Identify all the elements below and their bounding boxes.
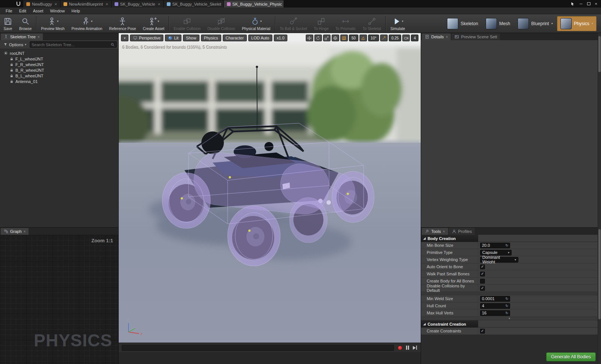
- viewport[interactable]: ▾ Perspective Lit Show Physics Character…: [119, 33, 421, 343]
- tree-row-root[interactable]: rootJNT: [0, 50, 118, 56]
- close-icon[interactable]: ×: [446, 35, 448, 39]
- generate-all-bodies-button[interactable]: Generate All Bodies: [546, 352, 596, 361]
- physical-material-button[interactable]: ▾ Physical Material: [239, 14, 274, 33]
- close-icon[interactable]: ×: [443, 230, 445, 234]
- rotate-tool-button[interactable]: [314, 35, 322, 41]
- translate-tool-button[interactable]: [306, 35, 313, 41]
- coordin-system-button[interactable]: [332, 35, 339, 41]
- right-panel-scrollbar[interactable]: [598, 33, 601, 364]
- perspective-button[interactable]: Perspective: [130, 35, 163, 41]
- rotation-snap-toggle[interactable]: [359, 35, 367, 41]
- chevron-down-icon[interactable]: ▾: [260, 20, 262, 23]
- rotation-snap-value[interactable]: 10°: [368, 35, 379, 41]
- timeline-scrubber[interactable]: [122, 345, 394, 351]
- close-icon[interactable]: ×: [106, 2, 108, 6]
- search-input[interactable]: [32, 42, 110, 47]
- tree-row-bone[interactable]: B_R_wheelJNT: [0, 67, 118, 73]
- reset-to-default-icon[interactable]: ↻: [505, 244, 508, 247]
- preview-mesh-button[interactable]: ▾ Preview Mesh: [38, 14, 68, 33]
- playback-speed-button[interactable]: x1.0: [274, 35, 288, 41]
- vertex-weighting-dropdown[interactable]: Dominant Weight ▾: [480, 257, 518, 263]
- reference-pose-button[interactable]: Reference Pose: [106, 14, 139, 33]
- chevron-down-icon[interactable]: ▾: [158, 20, 159, 23]
- camera-speed-value[interactable]: 4: [411, 35, 418, 41]
- minimize-button[interactable]: ─: [580, 2, 583, 6]
- close-window-button[interactable]: ×: [595, 2, 597, 6]
- lod-auto-button[interactable]: LOD Auto: [248, 35, 272, 41]
- auto-orient-checkbox[interactable]: [480, 264, 485, 269]
- tab-details[interactable]: Details ×: [422, 33, 451, 40]
- scrollbar-thumb[interactable]: [598, 229, 601, 319]
- scale-snap-toggle[interactable]: [380, 35, 388, 41]
- create-asset-button[interactable]: ▾ Create Asset: [139, 14, 168, 33]
- preview-animation-button[interactable]: ▾ Preview Animation: [68, 14, 106, 33]
- scale-tool-button[interactable]: [323, 35, 331, 41]
- asset-tab-newbuggy[interactable]: NewBuggy ×: [23, 0, 60, 8]
- min-bone-size-field[interactable]: 20.0 ↻: [480, 243, 510, 248]
- min-weld-size-field[interactable]: 0.0001 ↻: [480, 296, 510, 302]
- simulate-button[interactable]: ▾ Simulate: [387, 14, 408, 33]
- mode-skeleton-button[interactable]: Skeleton: [444, 16, 482, 31]
- tab-skeleton-tree[interactable]: Skeleton Tree ×: [1, 33, 43, 40]
- record-button[interactable]: [398, 346, 402, 350]
- close-icon[interactable]: ×: [54, 2, 57, 6]
- viewport-3d-scene[interactable]: [119, 33, 421, 343]
- step-forward-button[interactable]: [413, 346, 417, 350]
- grid-snap-value[interactable]: 50: [349, 35, 358, 41]
- browse-button[interactable]: Browse: [16, 14, 35, 33]
- options-dropdown-button[interactable]: Options ▾: [2, 42, 28, 48]
- save-button[interactable]: Save: [0, 14, 16, 33]
- chevron-down-icon[interactable]: ▾: [91, 20, 92, 23]
- tab-tools[interactable]: Tools ×: [422, 228, 448, 235]
- camera-speed-button[interactable]: [402, 35, 410, 41]
- scrollbar-thumb[interactable]: [598, 36, 601, 72]
- chevron-down-icon[interactable]: ▾: [592, 22, 593, 25]
- reset-to-default-icon[interactable]: ↻: [505, 311, 508, 315]
- character-menu-button[interactable]: Character: [223, 35, 247, 41]
- create-constraints-checkbox[interactable]: [480, 329, 485, 334]
- asset-tab-sk-buggy-vehicle-skeleton[interactable]: SK_Buggy_Vehicle_Skelet ×: [164, 0, 224, 8]
- close-icon[interactable]: ×: [158, 2, 160, 6]
- tree-row-bone[interactable]: Antenna_01: [0, 79, 118, 84]
- menu-help[interactable]: Help: [68, 9, 83, 13]
- maximize-button[interactable]: [587, 2, 590, 5]
- reset-to-default-icon[interactable]: ↻: [505, 297, 508, 301]
- asset-tab-sk-buggy-vehicle[interactable]: SK_Buggy_Vehicle ×: [112, 0, 164, 8]
- physics-menu-button[interactable]: Physics: [201, 35, 221, 41]
- walk-past-small-bones-checkbox[interactable]: [480, 272, 485, 276]
- close-icon[interactable]: ×: [24, 230, 26, 234]
- grid-snap-toggle[interactable]: [340, 35, 348, 41]
- mode-blueprint-button[interactable]: Blueprint ▾: [514, 16, 556, 31]
- tab-preview-scene-settings[interactable]: Preview Scene Sett: [452, 33, 500, 40]
- constraint-creation-section-header[interactable]: ◢Constraint Creation: [421, 320, 598, 328]
- graph-canvas[interactable]: Zoom 1:1 PHYSICS: [0, 235, 118, 364]
- primitive-type-dropdown[interactable]: Capsule ▾: [480, 250, 512, 255]
- tab-graph[interactable]: Graph ×: [1, 228, 29, 235]
- max-hull-verts-field[interactable]: 16 ↻: [480, 310, 510, 316]
- body-creation-section-header[interactable]: ◢Body Creation: [421, 235, 598, 242]
- menu-edit[interactable]: Edit: [16, 9, 30, 13]
- reset-to-default-icon[interactable]: ↻: [505, 304, 508, 308]
- tab-profiles[interactable]: Profiles: [449, 228, 475, 235]
- skeleton-tree-search[interactable]: [30, 41, 117, 48]
- asset-tab-sk-buggy-vehicle-physics[interactable]: SK_Buggy_Vehicle_Physic ×: [224, 0, 284, 8]
- chevron-down-icon[interactable]: ▾: [551, 22, 553, 25]
- asset-tab-newanimblueprint[interactable]: NewAnimBlueprint ×: [60, 0, 112, 8]
- menu-asset[interactable]: Asset: [30, 9, 47, 13]
- tree-row-bone[interactable]: B_L_wheelJNT: [0, 73, 118, 79]
- viewport-options-button[interactable]: ▾: [121, 35, 128, 41]
- mode-physics-button[interactable]: Physics ▾: [557, 16, 596, 31]
- show-menu-button[interactable]: Show: [183, 35, 199, 41]
- advanced-properties-expander[interactable]: ▾: [421, 317, 598, 320]
- pause-button[interactable]: [406, 346, 409, 350]
- chevron-down-icon[interactable]: ▾: [57, 20, 59, 23]
- create-body-all-bones-checkbox[interactable]: [480, 279, 485, 284]
- menu-window[interactable]: Window: [47, 9, 68, 13]
- mode-mesh-button[interactable]: Mesh: [482, 16, 513, 31]
- tree-row-bone[interactable]: F_L_wheelJNT: [0, 56, 118, 62]
- menu-file[interactable]: File: [2, 9, 16, 13]
- hull-count-field[interactable]: 4 ↻: [480, 303, 510, 309]
- disable-collisions-checkbox[interactable]: [480, 286, 485, 291]
- close-icon[interactable]: ×: [38, 35, 40, 39]
- tree-row-bone[interactable]: F_R_wheelJNT: [0, 62, 118, 67]
